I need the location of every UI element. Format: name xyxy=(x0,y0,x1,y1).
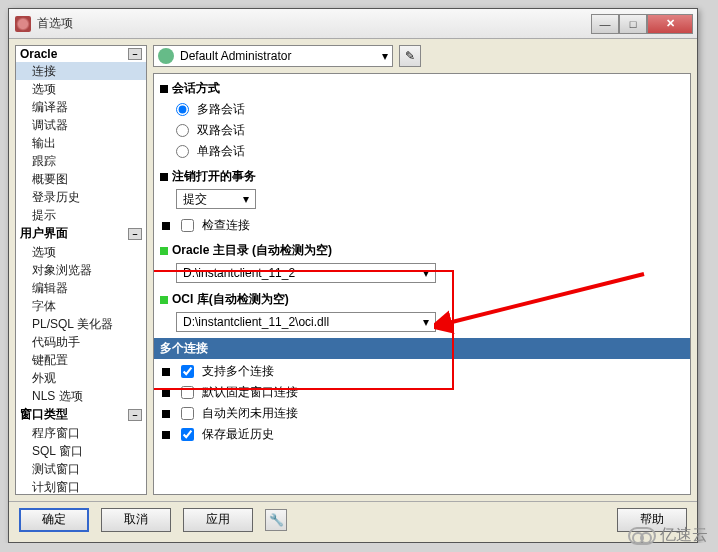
profile-label: Default Administrator xyxy=(180,49,291,63)
tree-group-ui[interactable]: 用户界面– xyxy=(16,224,146,243)
collapse-icon[interactable]: – xyxy=(128,409,142,421)
chevron-down-icon: ▾ xyxy=(419,266,433,280)
tree-item[interactable]: PL/SQL 美化器 xyxy=(16,315,146,333)
tree-item[interactable]: SQL 窗口 xyxy=(16,442,146,460)
watermark: 亿速云 xyxy=(628,525,708,543)
tree-group-oracle[interactable]: Oracle– xyxy=(16,46,146,62)
profile-action-button[interactable]: ✎ xyxy=(399,45,421,67)
tree-item[interactable]: 程序窗口 xyxy=(16,424,146,442)
watermark-icon xyxy=(628,527,656,544)
app-icon xyxy=(15,16,31,32)
collapse-icon[interactable]: – xyxy=(128,48,142,60)
tree-item[interactable]: 对象浏览器 xyxy=(16,261,146,279)
maximize-button[interactable]: □ xyxy=(619,14,647,34)
check-connection-checkbox[interactable] xyxy=(181,219,194,232)
tree-item[interactable]: 测试窗口 xyxy=(16,460,146,478)
group-session-mode: 会话方式 xyxy=(160,78,684,99)
tree-item[interactable]: 字体 xyxy=(16,297,146,315)
logoff-select[interactable]: 提交▾ xyxy=(176,189,256,209)
save-history-checkbox[interactable] xyxy=(181,428,194,441)
tree-item[interactable]: 调试器 xyxy=(16,116,146,134)
tree-item[interactable]: 键配置 xyxy=(16,351,146,369)
tree-item[interactable]: 选项 xyxy=(16,80,146,98)
oci-lib-input[interactable]: D:\instantclient_11_2\oci.dll▾ xyxy=(176,312,436,332)
chevron-down-icon: ▾ xyxy=(239,192,253,206)
support-multi-conn-checkbox[interactable] xyxy=(181,365,194,378)
group-oracle-home: Oracle 主目录 (自动检测为空) xyxy=(160,240,684,261)
chevron-down-icon: ▾ xyxy=(382,49,388,63)
preferences-dialog: 首选项 — □ ✕ Oracle– 连接 选项 编译器 调试器 输出 跟踪 概要… xyxy=(8,8,698,543)
tree-item[interactable]: 计划窗口 xyxy=(16,478,146,495)
tree-item[interactable]: 跟踪 xyxy=(16,152,146,170)
tree-item[interactable]: 输出 xyxy=(16,134,146,152)
ok-button[interactable]: 确定 xyxy=(19,508,89,532)
autoclose-conn-checkbox[interactable] xyxy=(181,407,194,420)
tree-item[interactable]: 概要图 xyxy=(16,170,146,188)
tree-item[interactable]: 外观 xyxy=(16,369,146,387)
collapse-icon[interactable]: – xyxy=(128,228,142,240)
apply-button[interactable]: 应用 xyxy=(183,508,253,532)
group-oci-lib: OCI 库(自动检测为空) xyxy=(160,289,684,310)
cancel-button[interactable]: 取消 xyxy=(101,508,171,532)
tree-item[interactable]: 登录历史 xyxy=(16,188,146,206)
category-tree[interactable]: Oracle– 连接 选项 编译器 调试器 输出 跟踪 概要图 登录历史 提示 … xyxy=(15,45,147,495)
close-button[interactable]: ✕ xyxy=(647,14,693,34)
profile-bar: Default Administrator ▾ ✎ xyxy=(153,45,691,67)
window-title: 首选项 xyxy=(37,15,591,32)
oracle-home-input[interactable]: D:\instantclient_11_2▾ xyxy=(176,263,436,283)
button-bar: 确定 取消 应用 🔧 帮助 xyxy=(9,501,697,537)
chevron-down-icon: ▾ xyxy=(419,315,433,329)
tree-group-window[interactable]: 窗口类型– xyxy=(16,405,146,424)
tree-item[interactable]: 编译器 xyxy=(16,98,146,116)
radio-single-session[interactable] xyxy=(176,145,189,158)
tree-item[interactable]: 代码助手 xyxy=(16,333,146,351)
profile-icon xyxy=(158,48,174,64)
settings-panel: 会话方式 多路会话 双路会话 单路会话 注销打开的事务 提交▾ 检查连接 Ora… xyxy=(153,73,691,495)
group-logoff: 注销打开的事务 xyxy=(160,166,684,187)
minimize-button[interactable]: — xyxy=(591,14,619,34)
tree-item[interactable]: 选项 xyxy=(16,243,146,261)
radio-dual-session[interactable] xyxy=(176,124,189,137)
tree-item[interactable]: 提示 xyxy=(16,206,146,224)
pin-window-conn-checkbox[interactable] xyxy=(181,386,194,399)
titlebar: 首选项 — □ ✕ xyxy=(9,9,697,39)
tree-item[interactable]: NLS 选项 xyxy=(16,387,146,405)
group-multi-connection: 多个连接 xyxy=(154,338,690,359)
profile-select[interactable]: Default Administrator ▾ xyxy=(153,45,393,67)
tool-button[interactable]: 🔧 xyxy=(265,509,287,531)
tree-item[interactable]: 编辑器 xyxy=(16,279,146,297)
tree-item[interactable]: 连接 xyxy=(16,62,146,80)
radio-multi-session[interactable] xyxy=(176,103,189,116)
